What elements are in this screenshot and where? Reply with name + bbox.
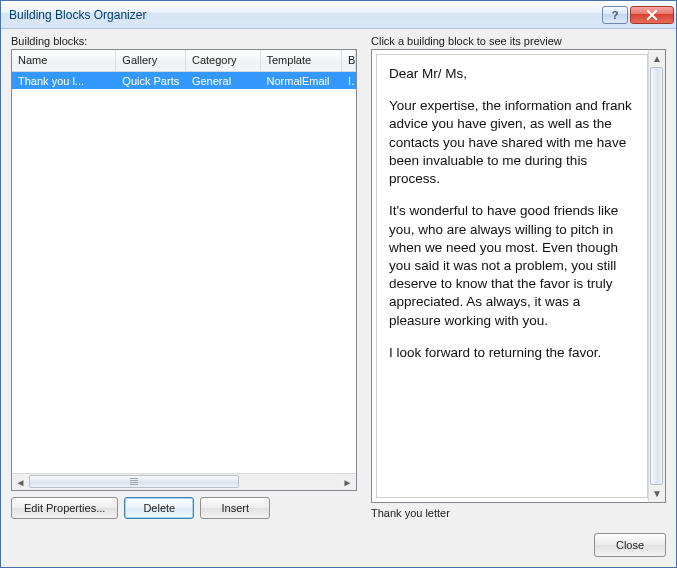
scroll-up-arrow-icon[interactable]: ▲ [649,50,665,67]
list-header-row[interactable]: Name Gallery Category Template B [12,50,356,72]
cell-behavior: In [342,75,356,87]
scrollbar-track[interactable] [29,474,339,490]
cell-category: General [186,75,261,87]
scroll-down-arrow-icon[interactable]: ▼ [649,485,665,502]
left-pane: Building blocks: Name Gallery Category T… [11,35,357,519]
cell-gallery: Quick Parts [116,75,186,87]
column-header-template[interactable]: Template [261,50,343,71]
close-icon [646,9,658,21]
table-row[interactable]: Thank you l... Quick Parts General Norma… [12,72,356,89]
column-header-name[interactable]: Name [12,50,116,71]
preview-content: Dear Mr/ Ms, Your expertise, the informa… [376,54,648,498]
delete-button[interactable]: Delete [124,497,194,519]
building-blocks-list[interactable]: Name Gallery Category Template B Thank y… [11,49,357,491]
right-pane: Click a building block to see its previe… [371,35,666,519]
footer: Close [11,533,666,557]
column-header-category[interactable]: Category [186,50,261,71]
preview-paragraph: It's wonderful to have good friends like… [389,202,635,330]
preview-paragraph: I look forward to returning the favor. [389,344,635,362]
scrollbar-track[interactable] [649,67,665,485]
building-blocks-label: Building blocks: [11,35,357,47]
panes: Building blocks: Name Gallery Category T… [11,35,666,519]
horizontal-scrollbar[interactable]: ◄ ► [12,473,356,490]
preview-paragraph: Your expertise, the information and fran… [389,97,635,188]
help-button[interactable]: ? [602,6,628,24]
column-header-behavior[interactable]: B [342,50,356,71]
left-actions: Edit Properties... Delete Insert [11,497,357,519]
scrollbar-thumb[interactable] [650,67,663,485]
preview-caption: Thank you letter [371,507,666,519]
window-title: Building Blocks Organizer [9,8,600,22]
preview-paragraph: Dear Mr/ Ms, [389,65,635,83]
window-close-button[interactable] [630,6,674,24]
cell-template: NormalEmail [261,75,343,87]
cell-name: Thank you l... [12,75,116,87]
scroll-right-arrow-icon[interactable]: ► [339,474,356,491]
dialog-window: Building Blocks Organizer ? Building blo… [0,0,677,568]
preview-box: Dear Mr/ Ms, Your expertise, the informa… [371,49,666,503]
edit-properties-button[interactable]: Edit Properties... [11,497,118,519]
insert-button[interactable]: Insert [200,497,270,519]
close-button[interactable]: Close [594,533,666,557]
preview-label: Click a building block to see its previe… [371,35,666,47]
vertical-scrollbar[interactable]: ▲ ▼ [648,50,665,502]
dialog-content: Building blocks: Name Gallery Category T… [1,29,676,567]
column-header-gallery[interactable]: Gallery [116,50,186,71]
scrollbar-thumb[interactable] [29,475,239,488]
titlebar: Building Blocks Organizer ? [1,1,676,29]
scroll-left-arrow-icon[interactable]: ◄ [12,474,29,491]
list-body: Thank you l... Quick Parts General Norma… [12,72,356,473]
